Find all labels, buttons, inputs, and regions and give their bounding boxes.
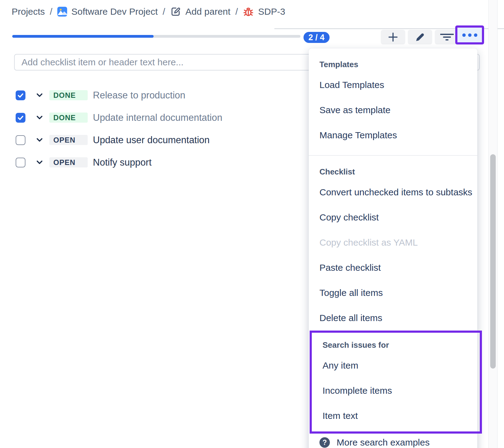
question-circle-icon: ?	[319, 437, 330, 448]
ellipsis-icon	[462, 33, 477, 37]
menu-section-title: Templates	[309, 56, 477, 72]
breadcrumb-separator: /	[163, 6, 165, 17]
item-label[interactable]: Update user documentation	[93, 135, 210, 146]
breadcrumb-projects-link[interactable]: Projects	[12, 6, 45, 17]
status-badge[interactable]: DONE	[49, 90, 88, 100]
chevron-down-icon[interactable]	[36, 115, 43, 120]
checklist-panel: Projects / Software Dev Project / Add pa…	[0, 0, 504, 448]
chevron-down-icon[interactable]	[36, 138, 43, 142]
bug-icon	[243, 6, 254, 17]
checklist-row: OPEN Update user documentation	[16, 129, 222, 151]
status-badge[interactable]: OPEN	[49, 135, 88, 145]
menu-section-checklist: Checklist Convert unchecked items to sub…	[309, 156, 477, 331]
project-avatar-icon	[57, 7, 67, 17]
menu-item-incomplete-items[interactable]: Incomplete items	[312, 378, 480, 403]
menu-section-templates: Templates Load Templates Save as templat…	[309, 48, 477, 148]
breadcrumb-issue-link[interactable]: SDP-3	[243, 6, 285, 17]
progress-count-badge: 2 / 4	[304, 32, 330, 43]
add-parent-label[interactable]: Add parent	[185, 6, 231, 17]
item-checkbox-unchecked[interactable]	[16, 158, 25, 167]
more-search-examples-label: More search examples	[337, 437, 430, 448]
menu-item-toggle-all-items[interactable]: Toggle all items	[309, 280, 477, 305]
menu-item-copy-checklist[interactable]: Copy checklist	[309, 205, 477, 230]
checklist-toolbar	[381, 30, 459, 44]
menu-item-manage-templates[interactable]: Manage Templates	[309, 123, 477, 148]
breadcrumb-separator: /	[235, 6, 238, 17]
menu-item-convert-unchecked-to-subtasks[interactable]: Convert unchecked items to subtasks	[309, 180, 477, 205]
progress-bar	[12, 35, 300, 38]
status-badge[interactable]: DONE	[49, 113, 88, 123]
status-badge[interactable]: OPEN	[49, 157, 88, 167]
menu-item-save-as-template[interactable]: Save as template	[309, 98, 477, 123]
breadcrumb-project-label[interactable]: Software Dev Project	[71, 6, 158, 17]
menu-item-more-search-examples[interactable]: ? More search examples	[309, 434, 477, 448]
menu-section-search-issues-for: Search issues for Any item Incomplete it…	[312, 333, 480, 431]
item-label[interactable]: Notify support	[93, 157, 151, 168]
breadcrumb-separator: /	[50, 6, 52, 17]
add-item-button[interactable]	[381, 30, 405, 44]
edit-icon	[170, 6, 181, 17]
checklist: DONE Release to production DONE Update i…	[16, 84, 222, 174]
checkmark-icon	[17, 92, 24, 99]
menu-item-load-templates[interactable]: Load Templates	[309, 72, 477, 98]
item-label[interactable]: Release to production	[93, 90, 185, 101]
item-checkbox-unchecked[interactable]	[16, 135, 25, 145]
menu-item-item-text[interactable]: Item text	[312, 403, 480, 428]
menu-item-any-item[interactable]: Any item	[312, 353, 480, 378]
item-checkbox-checked[interactable]	[16, 113, 25, 123]
breadcrumb-project-link[interactable]: Software Dev Project	[57, 6, 158, 17]
breadcrumb: Projects / Software Dev Project / Add pa…	[12, 4, 285, 19]
checklist-row: DONE Release to production	[16, 84, 222, 106]
menu-section-title: Checklist	[309, 164, 477, 180]
filter-icon	[440, 33, 454, 41]
menu-section-title: Search issues for	[312, 337, 480, 353]
menu-item-paste-checklist[interactable]: Paste checklist	[309, 255, 477, 280]
scrollbar-track[interactable]	[488, 0, 498, 448]
issue-key-label[interactable]: SDP-3	[258, 6, 285, 17]
item-checkbox-checked[interactable]	[16, 90, 25, 100]
chevron-down-icon[interactable]	[36, 93, 43, 98]
annotation-highlight-search-section: Search issues for Any item Incomplete it…	[310, 331, 482, 434]
scrollbar-thumb[interactable]	[490, 154, 496, 369]
add-parent-button[interactable]: Add parent	[170, 6, 231, 17]
pencil-icon	[415, 32, 425, 42]
annotation-highlight-more-button	[455, 25, 484, 44]
menu-item-copy-checklist-as-yaml: Copy checklist as YAML	[309, 230, 477, 255]
edit-checklist-button[interactable]	[408, 30, 432, 44]
plus-icon	[387, 31, 399, 43]
progress-fill	[12, 35, 154, 38]
more-actions-menu: Templates Load Templates Save as templat…	[309, 48, 477, 448]
chevron-down-icon[interactable]	[36, 160, 43, 165]
checklist-row: DONE Update internal documentation	[16, 106, 222, 129]
more-actions-button[interactable]	[457, 28, 482, 42]
checklist-row: OPEN Notify support	[16, 151, 222, 174]
item-label[interactable]: Update internal documentation	[93, 112, 222, 123]
checkmark-icon	[17, 114, 24, 121]
menu-item-delete-all-items[interactable]: Delete all items	[309, 305, 477, 331]
